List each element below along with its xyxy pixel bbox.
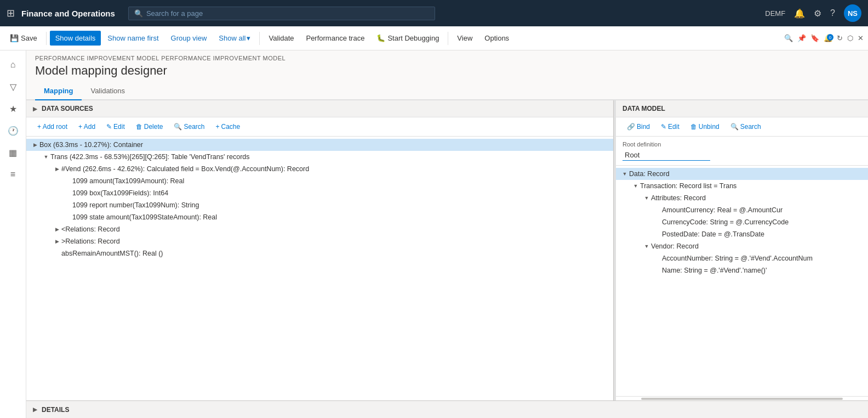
tree-item-label: <Relations: Record — [61, 225, 120, 233]
main-layout: ⌂ ▽ ★ 🕐 ▦ ≡ PERFORMANCE IMPROVEMENT MODE… — [0, 50, 868, 418]
root-definition-input[interactable] — [623, 150, 710, 161]
expander-icon[interactable]: ▼ — [642, 242, 651, 251]
data-model-panel: DATA MODEL 🔗 Bind ✎ Edit 🗑 Unbind — [616, 100, 868, 400]
close-icon[interactable]: ✕ — [858, 34, 864, 42]
expander-icon[interactable] — [64, 201, 72, 210]
sidebar-item-workspaces[interactable]: ▦ — [3, 143, 23, 162]
expander-icon[interactable] — [653, 230, 662, 239]
sidebar-item-filter[interactable]: ▽ — [3, 77, 23, 97]
unbind-icon: 🗑 — [690, 123, 697, 131]
expander-icon[interactable]: ▼ — [620, 170, 629, 178]
delete-source-button[interactable]: 🗑 Delete — [132, 121, 168, 133]
tree-item[interactable]: 1099 state amount(Tax1099StateAmount): R… — [26, 211, 613, 223]
help-icon[interactable]: ? — [830, 8, 835, 18]
global-search-bar[interactable]: 🔍 — [128, 7, 435, 20]
expander-icon[interactable]: ▼ — [42, 152, 50, 161]
search-model-button[interactable]: 🔍 Search — [726, 121, 766, 133]
tree-item-label: absRemainAmountMST(): Real () — [61, 250, 163, 257]
sidebar-item-recent[interactable]: 🕐 — [3, 121, 23, 140]
environment-label: DEMF — [765, 9, 785, 18]
tree-item[interactable]: AccountNumber: String = @.'#Vend'.Accoun… — [616, 252, 868, 264]
expander-icon[interactable]: ▶ — [53, 225, 61, 234]
settings-icon[interactable]: ⚙ — [814, 8, 821, 19]
view-button[interactable]: View — [452, 31, 478, 46]
tree-item[interactable]: ▶<Relations: Record — [26, 223, 613, 235]
edit-source-button[interactable]: ✎ Edit — [102, 121, 129, 133]
expander-icon[interactable]: ▶ — [53, 237, 61, 246]
cache-button[interactable]: + Cache — [211, 121, 244, 133]
search-icon-cmd[interactable]: 🔍 — [784, 34, 793, 42]
options-button[interactable]: Options — [479, 31, 515, 46]
tree-item[interactable]: AmountCurrency: Real = @.AmountCur — [616, 204, 868, 216]
show-all-button[interactable]: Show all ▾ — [213, 31, 256, 46]
main-content: PERFORMANCE IMPROVEMENT MODEL PERFORMANC… — [26, 50, 868, 418]
app-title: Finance and Operations — [21, 9, 115, 18]
tree-item[interactable]: ▼Attributes: Record — [616, 192, 868, 204]
pin-icon[interactable]: 📌 — [797, 34, 806, 42]
tree-item[interactable]: CurrencyCode: String = @.CurrencyCode — [616, 216, 868, 228]
add-root-button[interactable]: + Add root — [33, 121, 72, 133]
tree-item[interactable]: absRemainAmountMST(): Real () — [26, 247, 613, 259]
bookmark-icon[interactable]: 🔖 — [810, 34, 819, 42]
expander-icon[interactable] — [64, 177, 72, 185]
bug-icon: 🐛 — [376, 34, 385, 42]
expander-icon[interactable] — [53, 249, 61, 258]
edit-model-icon: ✎ — [661, 123, 666, 131]
validate-button[interactable]: Validate — [263, 31, 299, 46]
tree-item[interactable]: ▶#Vend (262.6ms - 42.62%): Calculated fi… — [26, 163, 613, 175]
bind-button[interactable]: 🔗 Bind — [623, 121, 654, 133]
collapse-sources-icon[interactable]: ▶ — [33, 106, 37, 112]
tree-item[interactable]: PostedDate: Date = @.TransDate — [616, 228, 868, 240]
expander-icon[interactable]: ▶ — [53, 165, 61, 173]
tree-item[interactable]: ▼Vendor: Record — [616, 240, 868, 252]
tab-mapping[interactable]: Mapping — [35, 82, 82, 100]
expander-icon[interactable] — [653, 218, 662, 227]
open-new-icon[interactable]: ⬡ — [847, 34, 853, 42]
expander-icon[interactable] — [64, 189, 72, 197]
tree-item[interactable]: 1099 box(Tax1099Fields): Int64 — [26, 187, 613, 199]
start-debugging-button[interactable]: 🐛 Start Debugging — [371, 31, 444, 46]
show-details-button[interactable]: Show details — [50, 31, 101, 46]
app-grid-icon[interactable]: ⊞ — [7, 7, 15, 19]
add-button[interactable]: + Add — [74, 121, 100, 133]
expander-icon[interactable] — [653, 206, 662, 214]
sidebar-item-home[interactable]: ⌂ — [3, 55, 23, 75]
sidebar-item-favorites[interactable]: ★ — [3, 99, 23, 118]
data-sources-header: ▶ DATA SOURCES — [26, 100, 613, 117]
breadcrumb: PERFORMANCE IMPROVEMENT MODEL PERFORMANC… — [26, 50, 868, 61]
expander-icon[interactable] — [653, 266, 662, 275]
tab-validations[interactable]: Validations — [82, 82, 134, 100]
expander-icon[interactable] — [653, 254, 662, 263]
tree-item[interactable]: 1099 report number(Tax1099Num): String — [26, 199, 613, 211]
data-model-tree: ▼Data: Record▼Transaction: Record list =… — [616, 166, 868, 396]
tree-item[interactable]: ▶>Relations: Record — [26, 235, 613, 247]
expander-icon[interactable]: ▼ — [642, 194, 651, 202]
collapse-details-icon[interactable]: ▶ — [33, 406, 37, 413]
edit-model-button[interactable]: ✎ Edit — [656, 121, 684, 133]
tree-item[interactable]: ▼Trans (422.3ms - 68.53%)[265][Q:265]: T… — [26, 151, 613, 163]
tree-item[interactable]: ▶Box (63.3ms - 10.27%): Container — [26, 139, 613, 151]
refresh-icon[interactable]: ↻ — [837, 34, 843, 42]
search-source-button[interactable]: 🔍 Search — [169, 121, 209, 133]
notifications-icon[interactable]: 🔔 — [794, 8, 805, 19]
unbind-button[interactable]: 🗑 Unbind — [686, 121, 724, 133]
show-name-button[interactable]: Show name first — [102, 31, 164, 46]
expander-icon[interactable] — [64, 213, 72, 222]
tree-item-label: PostedDate: Date = @.TransDate — [662, 230, 764, 238]
performance-trace-button[interactable]: Performance trace — [300, 31, 370, 46]
group-view-button[interactable]: Group view — [165, 31, 213, 46]
tree-item-label: Trans (422.3ms - 68.53%)[265][Q:265]: Ta… — [50, 153, 250, 161]
tree-item-label: Attributes: Record — [651, 194, 706, 202]
sidebar-item-list[interactable]: ≡ — [3, 165, 23, 184]
tree-item[interactable]: ▼Data: Record — [616, 168, 868, 180]
notifications-cmd-icon[interactable]: 🔔 0 — [824, 34, 832, 42]
expander-icon[interactable]: ▼ — [631, 182, 640, 190]
tree-item[interactable]: Name: String = @.'#Vend'.'name()' — [616, 264, 868, 276]
user-avatar[interactable]: NS — [844, 4, 861, 22]
tree-item[interactable]: ▼Transaction: Record list = Trans — [616, 180, 868, 192]
expander-icon[interactable]: ▶ — [31, 140, 39, 149]
tree-item[interactable]: 1099 amount(Tax1099Amount): Real — [26, 175, 613, 187]
save-button[interactable]: 💾 Save — [4, 31, 43, 46]
global-search-input[interactable] — [146, 9, 429, 18]
tree-item-label: #Vend (262.6ms - 42.62%): Calculated fie… — [61, 165, 309, 173]
